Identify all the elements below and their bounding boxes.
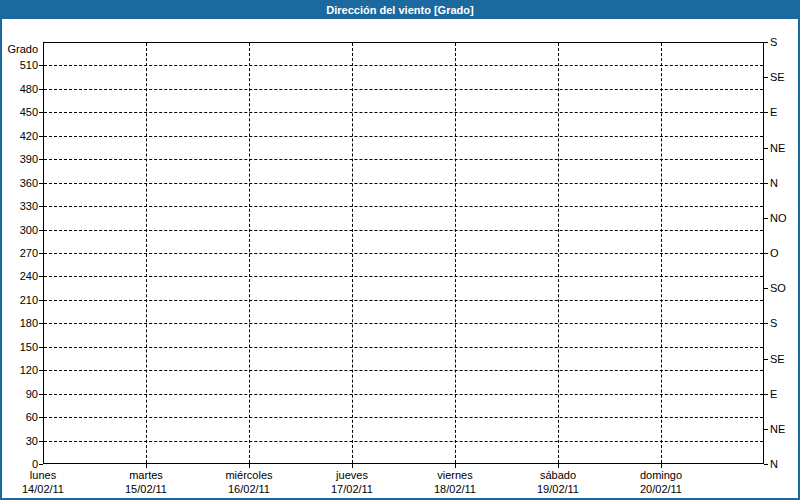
right-axis-tick bbox=[764, 253, 768, 254]
right-axis-tick bbox=[764, 464, 768, 465]
right-axis-tick bbox=[764, 42, 768, 43]
y-axis-tick-label: 240 bbox=[4, 270, 38, 282]
right-axis-tick bbox=[764, 112, 768, 113]
y-axis-tick-label: 30 bbox=[4, 435, 38, 447]
y-axis-tick bbox=[39, 89, 43, 90]
x-axis-date-label: 18/02/11 bbox=[407, 483, 503, 496]
y-axis-tick-label: 180 bbox=[4, 317, 38, 329]
x-gridline bbox=[352, 43, 353, 463]
y-axis-tick bbox=[39, 159, 43, 160]
y-gridline bbox=[44, 136, 763, 137]
y-axis-tick bbox=[39, 370, 43, 371]
right-axis-compass-label: S bbox=[770, 317, 777, 329]
x-axis-tick bbox=[558, 464, 559, 468]
x-axis-tick bbox=[146, 464, 147, 468]
x-axis-tick bbox=[661, 464, 662, 468]
right-axis-compass-label: NE bbox=[770, 142, 785, 154]
y-gridline bbox=[44, 183, 763, 184]
x-gridline bbox=[661, 43, 662, 463]
x-axis-date-label: 20/02/11 bbox=[613, 483, 709, 496]
chart-window: Dirección del viento [Grado] Grado 03060… bbox=[0, 0, 800, 500]
x-axis-day-label: martes bbox=[98, 469, 194, 482]
y-gridline bbox=[44, 347, 763, 348]
chart-title: Dirección del viento [Grado] bbox=[326, 4, 473, 16]
x-axis-day-label: sábado bbox=[510, 469, 606, 482]
y-axis-tick-label: 120 bbox=[4, 364, 38, 376]
x-axis-day-label: viernes bbox=[407, 469, 503, 482]
y-axis-tick-label: 420 bbox=[4, 130, 38, 142]
y-gridline bbox=[44, 112, 763, 113]
x-axis-day-label: domingo bbox=[613, 469, 709, 482]
y-axis-tick-label: 150 bbox=[4, 341, 38, 353]
right-axis-compass-label: E bbox=[770, 106, 777, 118]
y-axis-tick-label: 300 bbox=[4, 224, 38, 236]
y-gridline bbox=[44, 370, 763, 371]
x-axis-date-label: 14/02/11 bbox=[0, 483, 91, 496]
y-gridline bbox=[44, 65, 763, 66]
y-axis-tick bbox=[39, 253, 43, 254]
right-axis-tick bbox=[764, 148, 768, 149]
y-axis-title: Grado bbox=[2, 43, 38, 55]
chart-title-bar: Dirección del viento [Grado] bbox=[2, 2, 798, 19]
x-axis-day-label: jueves bbox=[304, 469, 400, 482]
x-gridline bbox=[558, 43, 559, 463]
y-gridline bbox=[44, 253, 763, 254]
right-axis-compass-label: NO bbox=[770, 212, 787, 224]
y-axis-tick-label: 270 bbox=[4, 247, 38, 259]
y-axis-tick bbox=[39, 347, 43, 348]
right-axis-compass-label: SO bbox=[770, 282, 786, 294]
y-axis-tick bbox=[39, 394, 43, 395]
right-axis-tick bbox=[764, 429, 768, 430]
x-axis-tick bbox=[352, 464, 353, 468]
right-axis-tick bbox=[764, 359, 768, 360]
y-gridline bbox=[44, 417, 763, 418]
x-axis-date-label: 15/02/11 bbox=[98, 483, 194, 496]
y-axis-tick bbox=[39, 183, 43, 184]
x-axis-day-label: lunes bbox=[0, 469, 91, 482]
right-axis-tick bbox=[764, 183, 768, 184]
y-axis-tick bbox=[39, 276, 43, 277]
right-axis-tick bbox=[764, 323, 768, 324]
x-gridline bbox=[146, 43, 147, 463]
right-axis-compass-label: S bbox=[770, 36, 777, 48]
right-axis-compass-label: SE bbox=[770, 71, 785, 83]
x-gridline bbox=[249, 43, 250, 463]
right-axis-tick bbox=[764, 394, 768, 395]
y-axis-tick-label: 330 bbox=[4, 200, 38, 212]
y-axis-tick bbox=[39, 65, 43, 66]
x-axis-day-label: miércoles bbox=[201, 469, 297, 482]
y-gridline bbox=[44, 276, 763, 277]
x-axis-tick bbox=[455, 464, 456, 468]
y-gridline bbox=[44, 206, 763, 207]
x-gridline bbox=[455, 43, 456, 463]
right-axis-compass-label: O bbox=[770, 247, 779, 259]
x-axis-tick bbox=[249, 464, 250, 468]
x-axis-date-label: 19/02/11 bbox=[510, 483, 606, 496]
y-axis-tick bbox=[39, 230, 43, 231]
right-axis-compass-label: NE bbox=[770, 423, 785, 435]
y-axis-tick bbox=[39, 300, 43, 301]
y-axis-tick bbox=[39, 136, 43, 137]
y-axis-tick bbox=[39, 417, 43, 418]
y-axis-tick-label: 480 bbox=[4, 83, 38, 95]
x-axis-date-label: 17/02/11 bbox=[304, 483, 400, 496]
y-gridline bbox=[44, 89, 763, 90]
y-axis-tick bbox=[39, 323, 43, 324]
y-gridline bbox=[44, 441, 763, 442]
y-gridline bbox=[44, 230, 763, 231]
right-axis-tick bbox=[764, 77, 768, 78]
right-axis-tick bbox=[764, 218, 768, 219]
right-axis-compass-label: SE bbox=[770, 353, 785, 365]
y-axis-tick-label: 90 bbox=[4, 388, 38, 400]
y-gridline bbox=[44, 394, 763, 395]
x-axis-date-label: 16/02/11 bbox=[201, 483, 297, 496]
y-axis-tick-label: 360 bbox=[4, 177, 38, 189]
y-axis-tick-label: 510 bbox=[4, 59, 38, 71]
right-axis-tick bbox=[764, 288, 768, 289]
y-axis-tick bbox=[39, 206, 43, 207]
y-axis-tick bbox=[39, 441, 43, 442]
y-axis-tick-label: 450 bbox=[4, 106, 38, 118]
y-axis-tick-label: 390 bbox=[4, 153, 38, 165]
y-gridline bbox=[44, 323, 763, 324]
right-axis-compass-label: N bbox=[770, 177, 778, 189]
